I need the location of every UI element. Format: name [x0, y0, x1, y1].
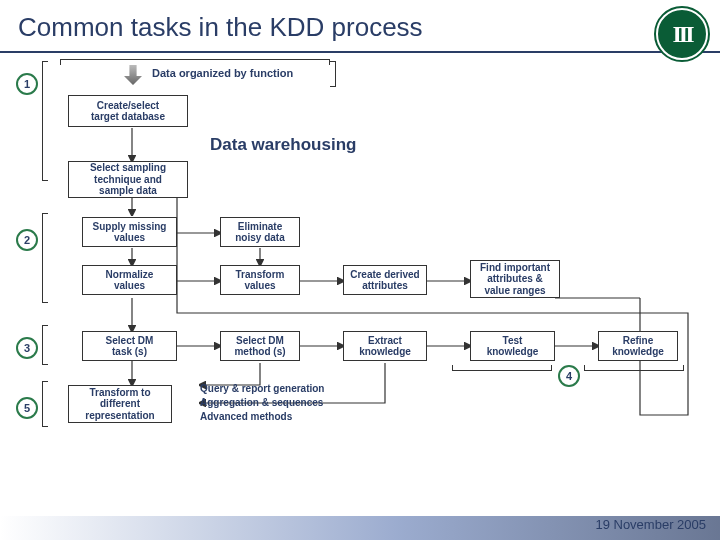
footer-date: 19 November 2005 [595, 517, 706, 532]
stage-number-3: 3 [16, 337, 38, 359]
box-normalize: Normalize values [82, 265, 177, 295]
stage-number-2: 2 [16, 229, 38, 251]
box-create-db: Create/select target database [68, 95, 188, 127]
brace-2 [42, 213, 48, 303]
box-supply-missing: Supply missing values [82, 217, 177, 247]
box-extract-knowledge: Extract knowledge [343, 331, 427, 361]
box-eliminate-noisy: Eliminate noisy data [220, 217, 300, 247]
brace-1-top [60, 59, 330, 65]
label-data-warehousing: Data warehousing [210, 135, 356, 155]
brace-4-left [452, 365, 552, 371]
box-transform-rep: Transform to different representation [68, 385, 172, 423]
brace-4-right [584, 365, 684, 371]
box-find-important: Find important attributes & value ranges [470, 260, 560, 298]
box-sampling: Select sampling technique and sample dat… [68, 161, 188, 198]
label-advanced: Advanced methods [200, 411, 292, 422]
box-transform-values: Transform values [220, 265, 300, 295]
brace-1 [42, 61, 48, 181]
stage-number-1: 1 [16, 73, 38, 95]
brace-1-right [330, 61, 336, 87]
label-query-report: Query & report generation [200, 383, 324, 394]
stage-number-5: 5 [16, 397, 38, 419]
label-aggregation: Aggregation & sequences [200, 397, 323, 408]
box-refine-knowledge: Refine knowledge [598, 331, 678, 361]
down-arrow-icon [124, 65, 142, 85]
slide-title: Common tasks in the KDD process [18, 12, 423, 42]
stage-number-4: 4 [558, 365, 580, 387]
brace-3 [42, 325, 48, 365]
box-select-dm-method: Select DM method (s) [220, 331, 300, 361]
diagram-canvas: 1 Data organized by function Create/sele… [0, 53, 720, 513]
box-derived-attrs: Create derived attributes [343, 265, 427, 295]
box-test-knowledge: Test knowledge [470, 331, 555, 361]
box-select-dm-task: Select DM task (s) [82, 331, 177, 361]
label-data-organized: Data organized by function [152, 67, 293, 79]
brace-5 [42, 381, 48, 427]
